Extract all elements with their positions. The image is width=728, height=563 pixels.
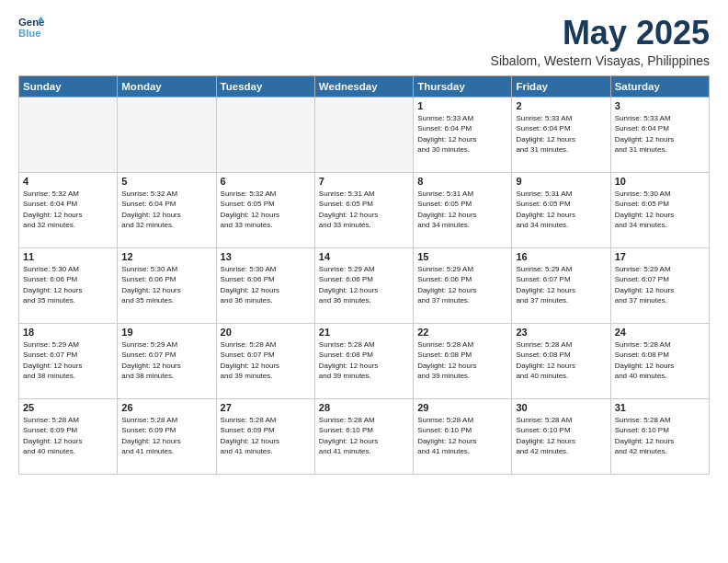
day-number: 28	[319, 402, 409, 413]
calendar-cell: 14Sunrise: 5:29 AM Sunset: 6:06 PM Dayli…	[314, 247, 413, 323]
calendar-cell: 10Sunrise: 5:30 AM Sunset: 6:05 PM Dayli…	[610, 172, 709, 247]
day-number: 19	[121, 327, 211, 338]
day-number: 22	[417, 327, 507, 338]
day-number: 6	[221, 176, 311, 187]
cell-info: Sunrise: 5:32 AM Sunset: 6:05 PM Dayligh…	[221, 189, 311, 231]
day-number: 26	[121, 402, 211, 413]
calendar-cell: 30Sunrise: 5:28 AM Sunset: 6:10 PM Dayli…	[512, 398, 610, 474]
cell-info: Sunrise: 5:29 AM Sunset: 6:07 PM Dayligh…	[121, 339, 211, 382]
calendar-row-4: 18Sunrise: 5:29 AM Sunset: 6:07 PM Dayli…	[19, 323, 710, 398]
cell-info: Sunrise: 5:28 AM Sunset: 6:07 PM Dayligh…	[221, 339, 311, 382]
day-number: 14	[319, 251, 409, 262]
cell-info: Sunrise: 5:29 AM Sunset: 6:06 PM Dayligh…	[319, 264, 409, 306]
calendar-cell	[216, 97, 314, 172]
cell-info: Sunrise: 5:30 AM Sunset: 6:06 PM Dayligh…	[23, 264, 113, 306]
day-number: 20	[221, 327, 311, 338]
calendar-cell: 31Sunrise: 5:28 AM Sunset: 6:10 PM Dayli…	[610, 398, 709, 474]
calendar-cell	[19, 97, 118, 172]
calendar-cell	[118, 97, 216, 172]
day-number: 3	[615, 100, 705, 111]
calendar-cell: 5Sunrise: 5:32 AM Sunset: 6:04 PM Daylig…	[118, 172, 216, 247]
calendar-cell	[314, 97, 413, 172]
location: Sibalom, Western Visayas, Philippines	[491, 53, 710, 68]
day-number: 27	[221, 402, 311, 413]
cell-info: Sunrise: 5:28 AM Sunset: 6:10 PM Dayligh…	[615, 415, 705, 457]
cell-info: Sunrise: 5:28 AM Sunset: 6:09 PM Dayligh…	[121, 415, 211, 457]
calendar-row-1: 1Sunrise: 5:33 AM Sunset: 6:04 PM Daylig…	[19, 97, 710, 172]
day-number: 4	[23, 176, 113, 187]
calendar-cell: 3Sunrise: 5:33 AM Sunset: 6:04 PM Daylig…	[610, 97, 709, 172]
cell-info: Sunrise: 5:30 AM Sunset: 6:06 PM Dayligh…	[121, 264, 211, 306]
calendar-cell: 24Sunrise: 5:28 AM Sunset: 6:08 PM Dayli…	[610, 323, 709, 398]
calendar-cell: 9Sunrise: 5:31 AM Sunset: 6:05 PM Daylig…	[512, 172, 610, 247]
calendar-cell: 21Sunrise: 5:28 AM Sunset: 6:08 PM Dayli…	[314, 323, 413, 398]
cell-info: Sunrise: 5:33 AM Sunset: 6:04 PM Dayligh…	[417, 113, 507, 155]
day-number: 24	[615, 327, 705, 338]
day-number: 9	[516, 176, 606, 187]
calendar-cell: 12Sunrise: 5:30 AM Sunset: 6:06 PM Dayli…	[118, 247, 216, 323]
cell-info: Sunrise: 5:28 AM Sunset: 6:09 PM Dayligh…	[23, 415, 113, 457]
cell-info: Sunrise: 5:28 AM Sunset: 6:08 PM Dayligh…	[319, 339, 409, 382]
cell-info: Sunrise: 5:30 AM Sunset: 6:06 PM Dayligh…	[221, 264, 311, 306]
day-number: 16	[516, 251, 606, 262]
calendar-cell: 26Sunrise: 5:28 AM Sunset: 6:09 PM Dayli…	[118, 398, 216, 474]
weekday-header-row: SundayMondayTuesdayWednesdayThursdayFrid…	[19, 75, 710, 97]
calendar-cell: 18Sunrise: 5:29 AM Sunset: 6:07 PM Dayli…	[19, 323, 118, 398]
calendar-cell: 19Sunrise: 5:29 AM Sunset: 6:07 PM Dayli…	[118, 323, 216, 398]
weekday-sunday: Sunday	[19, 75, 118, 97]
cell-info: Sunrise: 5:31 AM Sunset: 6:05 PM Dayligh…	[319, 189, 409, 231]
weekday-tuesday: Tuesday	[216, 75, 314, 97]
cell-info: Sunrise: 5:33 AM Sunset: 6:04 PM Dayligh…	[615, 113, 705, 155]
day-number: 7	[319, 176, 409, 187]
day-number: 30	[516, 402, 606, 413]
header: General Blue May 2025 Sibalom, Western V…	[18, 15, 710, 68]
cell-info: Sunrise: 5:32 AM Sunset: 6:04 PM Dayligh…	[23, 189, 113, 231]
cell-info: Sunrise: 5:29 AM Sunset: 6:07 PM Dayligh…	[23, 339, 113, 382]
day-number: 18	[23, 327, 113, 338]
title-block: May 2025 Sibalom, Western Visayas, Phili…	[491, 15, 710, 68]
calendar-cell: 4Sunrise: 5:32 AM Sunset: 6:04 PM Daylig…	[19, 172, 118, 247]
cell-info: Sunrise: 5:31 AM Sunset: 6:05 PM Dayligh…	[417, 189, 507, 231]
day-number: 31	[615, 402, 705, 413]
weekday-thursday: Thursday	[414, 75, 512, 97]
day-number: 15	[417, 251, 507, 262]
calendar-cell: 29Sunrise: 5:28 AM Sunset: 6:10 PM Dayli…	[414, 398, 512, 474]
calendar-cell: 1Sunrise: 5:33 AM Sunset: 6:04 PM Daylig…	[414, 97, 512, 172]
calendar-cell: 22Sunrise: 5:28 AM Sunset: 6:08 PM Dayli…	[414, 323, 512, 398]
calendar-row-2: 4Sunrise: 5:32 AM Sunset: 6:04 PM Daylig…	[19, 172, 710, 247]
cell-info: Sunrise: 5:33 AM Sunset: 6:04 PM Dayligh…	[516, 113, 606, 155]
weekday-wednesday: Wednesday	[314, 75, 413, 97]
cell-info: Sunrise: 5:28 AM Sunset: 6:10 PM Dayligh…	[417, 415, 507, 457]
calendar-cell: 23Sunrise: 5:28 AM Sunset: 6:08 PM Dayli…	[512, 323, 610, 398]
cell-info: Sunrise: 5:28 AM Sunset: 6:10 PM Dayligh…	[319, 415, 409, 457]
weekday-saturday: Saturday	[610, 75, 709, 97]
calendar-cell: 2Sunrise: 5:33 AM Sunset: 6:04 PM Daylig…	[512, 97, 610, 172]
cell-info: Sunrise: 5:28 AM Sunset: 6:08 PM Dayligh…	[615, 339, 705, 382]
day-number: 13	[221, 251, 311, 262]
calendar-cell: 8Sunrise: 5:31 AM Sunset: 6:05 PM Daylig…	[414, 172, 512, 247]
day-number: 12	[121, 251, 211, 262]
day-number: 11	[23, 251, 113, 262]
cell-info: Sunrise: 5:28 AM Sunset: 6:09 PM Dayligh…	[221, 415, 311, 457]
cell-info: Sunrise: 5:31 AM Sunset: 6:05 PM Dayligh…	[516, 189, 606, 231]
cell-info: Sunrise: 5:32 AM Sunset: 6:04 PM Dayligh…	[121, 189, 211, 231]
day-number: 10	[615, 176, 705, 187]
weekday-monday: Monday	[118, 75, 216, 97]
cell-info: Sunrise: 5:28 AM Sunset: 6:10 PM Dayligh…	[516, 415, 606, 457]
day-number: 25	[23, 402, 113, 413]
calendar-table: SundayMondayTuesdayWednesdayThursdayFrid…	[18, 75, 710, 475]
cell-info: Sunrise: 5:28 AM Sunset: 6:08 PM Dayligh…	[516, 339, 606, 382]
calendar-row-5: 25Sunrise: 5:28 AM Sunset: 6:09 PM Dayli…	[19, 398, 710, 474]
cell-info: Sunrise: 5:28 AM Sunset: 6:08 PM Dayligh…	[417, 339, 507, 382]
day-number: 23	[516, 327, 606, 338]
calendar-cell: 7Sunrise: 5:31 AM Sunset: 6:05 PM Daylig…	[314, 172, 413, 247]
logo-icon: General Blue	[18, 15, 44, 40]
calendar-cell: 20Sunrise: 5:28 AM Sunset: 6:07 PM Dayli…	[216, 323, 314, 398]
day-number: 5	[121, 176, 211, 187]
calendar-cell: 6Sunrise: 5:32 AM Sunset: 6:05 PM Daylig…	[216, 172, 314, 247]
calendar-cell: 15Sunrise: 5:29 AM Sunset: 6:06 PM Dayli…	[414, 247, 512, 323]
calendar-cell: 27Sunrise: 5:28 AM Sunset: 6:09 PM Dayli…	[216, 398, 314, 474]
cell-info: Sunrise: 5:29 AM Sunset: 6:07 PM Dayligh…	[516, 264, 606, 306]
day-number: 1	[417, 100, 507, 111]
calendar-cell: 28Sunrise: 5:28 AM Sunset: 6:10 PM Dayli…	[314, 398, 413, 474]
